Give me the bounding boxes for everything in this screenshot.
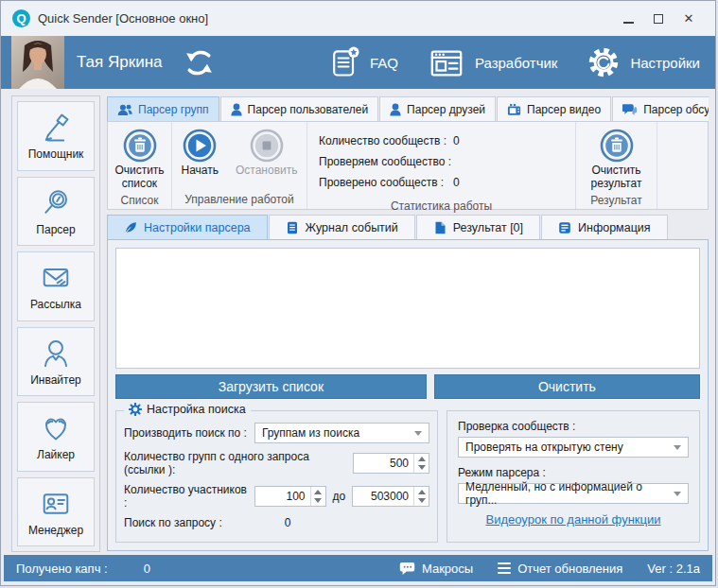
captcha-label: Получено капч : bbox=[16, 562, 108, 576]
ribbon-group-stats: Количество сообществ : 0 Проверяем сообщ… bbox=[307, 122, 576, 209]
maximize-icon bbox=[654, 14, 663, 24]
video-tutorial-link[interactable]: Видеоурок по данной функции bbox=[458, 512, 689, 527]
parser-tabstrip: Парсер групп Парсер пользователей Парсер… bbox=[107, 95, 709, 121]
sidebar-item-mailing[interactable]: Рассылка bbox=[17, 251, 95, 321]
ribbon-toolbar: Очистить список Список Начать Остановить bbox=[107, 121, 709, 210]
ribbon-group-control: Начать Остановить Управление работой bbox=[172, 122, 307, 209]
clear-list-button[interactable]: Очистить список bbox=[108, 129, 171, 191]
minimize-button[interactable] bbox=[613, 7, 643, 31]
members-min-stepper[interactable]: 100 bbox=[254, 486, 325, 507]
step-up-icon bbox=[314, 490, 322, 494]
subtab-information[interactable]: Информация bbox=[541, 215, 668, 240]
app-header: Тая Яркина FAQ Разработчик Настройки bbox=[1, 36, 715, 89]
tab-label: Парсер друзей bbox=[407, 103, 485, 116]
clear-button[interactable]: Очистить bbox=[434, 374, 700, 399]
stop-button[interactable]: Остановить bbox=[236, 129, 298, 178]
stepper-arrows[interactable] bbox=[310, 487, 325, 506]
subtab-label: Результат [0] bbox=[453, 221, 523, 234]
stat-row: Количество сообществ : 0 bbox=[319, 134, 566, 147]
members-to-label: до bbox=[333, 490, 346, 503]
envelope-icon bbox=[37, 261, 75, 295]
quill-icon bbox=[124, 221, 137, 234]
trash-circle-icon bbox=[600, 129, 634, 163]
update-report-button[interactable]: Отчет обновления bbox=[498, 562, 622, 576]
settings-gear-icon bbox=[586, 44, 622, 80]
stat-value: 0 bbox=[453, 134, 460, 147]
tab-parser-friends[interactable]: Парсер друзей bbox=[379, 96, 496, 121]
clear-result-button[interactable]: Очистить результат bbox=[584, 129, 650, 191]
members-min-value: 100 bbox=[255, 487, 309, 506]
stat-row: Проверяем сообщество : bbox=[319, 155, 566, 168]
id-card-icon bbox=[37, 487, 75, 521]
developer-button[interactable]: Разработчик bbox=[427, 44, 557, 80]
groups-per-request-row: Количество групп с одного запроса (ссылк… bbox=[124, 450, 429, 476]
user-avatar[interactable] bbox=[11, 36, 64, 89]
close-button[interactable]: ✕ bbox=[674, 7, 704, 31]
gear-small-icon bbox=[129, 403, 142, 416]
faq-button[interactable]: FAQ bbox=[327, 45, 398, 79]
members-max-stepper[interactable]: 503000 bbox=[352, 486, 429, 507]
tab-parser-video[interactable]: Парсер видео bbox=[497, 96, 611, 121]
tab-label: Парсер пользователей bbox=[248, 103, 369, 116]
start-button[interactable]: Начать bbox=[182, 129, 219, 178]
sidebar-item-label: Парсер bbox=[36, 223, 75, 236]
settings-button[interactable]: Настройки bbox=[586, 44, 700, 80]
tab-parser-groups[interactable]: Парсер групп bbox=[107, 96, 219, 121]
stop-label: Остановить bbox=[236, 164, 298, 178]
tab-parser-discussions[interactable]: Парсер обсужд bbox=[612, 96, 709, 121]
parser-mode-label: Режим парсера : bbox=[458, 466, 689, 479]
search-settings-title: Настройка поиска bbox=[147, 403, 246, 416]
sidebar-item-parser[interactable]: Парсер bbox=[17, 177, 95, 247]
developer-label: Разработчик bbox=[475, 55, 557, 71]
version-label: Ver : 2.1a bbox=[647, 562, 700, 576]
title-bar: Q Quick Sender [Основное окно] ✕ bbox=[1, 1, 715, 36]
ribbon-group-result: Очистить результат Результат bbox=[576, 122, 657, 209]
info-table-icon bbox=[558, 221, 571, 234]
chevron-down-icon bbox=[674, 492, 681, 496]
parser-mode-select[interactable]: Медленный, но с информацией о груп... bbox=[458, 483, 689, 504]
stepper-arrows[interactable] bbox=[413, 487, 429, 506]
clear-result-label: Очистить результат bbox=[584, 164, 650, 191]
tab-parser-users[interactable]: Парсер пользователей bbox=[220, 96, 379, 121]
check-settings-groupbox: Проверка сообществ : Проверять на открыт… bbox=[447, 410, 700, 543]
main-panel: Парсер групп Парсер пользователей Парсер… bbox=[107, 95, 709, 551]
tab-label: Парсер видео bbox=[527, 103, 601, 116]
sidebar-item-label: Помощник bbox=[28, 147, 84, 161]
stepper-arrows[interactable] bbox=[413, 454, 429, 473]
subtab-event-log[interactable]: Журнал событий bbox=[269, 215, 415, 240]
sidebar: Помощник Парсер Рассылка Инвайтер Лайкер… bbox=[11, 95, 100, 552]
user-icon bbox=[390, 103, 401, 116]
pencil-icon bbox=[37, 111, 75, 145]
trash-circle-icon bbox=[123, 129, 157, 163]
sidebar-item-label: Рассылка bbox=[30, 298, 81, 311]
macros-button[interactable]: Макросы bbox=[399, 562, 473, 576]
settings-row: Настройка поиска Производить поиск по : … bbox=[115, 410, 700, 543]
tv-icon bbox=[507, 103, 521, 116]
subtab-result[interactable]: Результат [0] bbox=[416, 215, 540, 240]
inner-tabstrip: Настройки парсера Журнал событий Результ… bbox=[107, 215, 669, 240]
search-by-value: Группам из поиска bbox=[262, 426, 359, 440]
subtab-parser-settings[interactable]: Настройки парсера bbox=[107, 215, 268, 240]
sidebar-item-liker[interactable]: Лайкер bbox=[17, 402, 95, 472]
sidebar-item-inviter[interactable]: Инвайтер bbox=[17, 327, 95, 397]
stat-value: 0 bbox=[453, 176, 460, 189]
group-caption: Статистика работы bbox=[307, 197, 575, 216]
start-label: Начать bbox=[182, 164, 219, 178]
sidebar-item-label: Инвайтер bbox=[30, 373, 81, 387]
load-list-button[interactable]: Загрузить список bbox=[115, 374, 427, 399]
members-count-label: Количество участников : bbox=[124, 483, 248, 510]
sidebar-item-label: Лайкер bbox=[37, 448, 75, 461]
sidebar-item-manager[interactable]: Менеджер bbox=[17, 477, 95, 547]
query-search-row: Поиск по запросу : 0 bbox=[124, 516, 429, 529]
community-check-select[interactable]: Проверять на открытую стену bbox=[458, 437, 689, 458]
group-list-input[interactable] bbox=[115, 248, 700, 369]
maximize-button[interactable] bbox=[643, 7, 674, 31]
group-caption: Список bbox=[108, 191, 171, 210]
groups-per-request-stepper[interactable]: 500 bbox=[353, 453, 429, 474]
sidebar-item-helper[interactable]: Помощник bbox=[17, 101, 95, 171]
ribbon-group-list: Очистить список Список bbox=[108, 122, 172, 209]
search-by-select[interactable]: Группам из поиска bbox=[254, 423, 429, 443]
tab-label: Парсер групп bbox=[138, 103, 209, 116]
refresh-icon[interactable] bbox=[182, 45, 217, 80]
page-icon bbox=[433, 221, 447, 234]
